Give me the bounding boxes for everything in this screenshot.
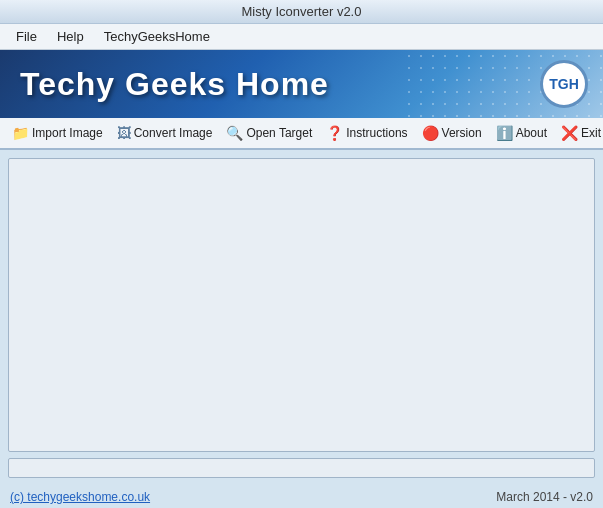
progress-bar: [8, 458, 595, 478]
footer-link[interactable]: (c) techygeekshome.co.uk: [10, 490, 150, 504]
toolbar: 📁 Import Image 🖼 Convert Image 🔍 Open Ta…: [0, 118, 603, 150]
window-title: Misty Iconverter v2.0: [242, 4, 362, 19]
image-display-area: [8, 158, 595, 452]
exit-button[interactable]: ❌ Exit: [555, 122, 603, 144]
menu-help[interactable]: Help: [49, 26, 92, 47]
menu-techygeekshome[interactable]: TechyGeeksHome: [96, 26, 218, 47]
open-target-button[interactable]: 🔍 Open Target: [220, 122, 318, 144]
footer-version: March 2014 - v2.0: [496, 490, 593, 504]
about-button[interactable]: ℹ️ About: [490, 122, 553, 144]
banner: Techy Geeks Home TGH: [0, 50, 603, 118]
import-image-button[interactable]: 📁 Import Image: [6, 122, 109, 144]
version-button[interactable]: 🔴 Version: [416, 122, 488, 144]
search-icon: 🔍: [226, 125, 243, 141]
convert-image-button[interactable]: 🖼 Convert Image: [111, 122, 219, 144]
warning-icon: 🔴: [422, 125, 439, 141]
instructions-button[interactable]: ❓ Instructions: [320, 122, 413, 144]
info-icon: ℹ️: [496, 125, 513, 141]
folder-icon: 📁: [12, 125, 29, 141]
main-content: [0, 150, 603, 486]
menu-file[interactable]: File: [8, 26, 45, 47]
exit-icon: ❌: [561, 125, 578, 141]
banner-title: Techy Geeks Home: [0, 66, 329, 103]
main-window: Misty Iconverter v2.0 File Help TechyGee…: [0, 0, 603, 508]
menu-bar: File Help TechyGeeksHome: [0, 24, 603, 50]
image-icon: 🖼: [117, 125, 131, 141]
banner-logo: TGH: [540, 60, 588, 108]
question-icon: ❓: [326, 125, 343, 141]
footer: (c) techygeekshome.co.uk March 2014 - v2…: [0, 486, 603, 508]
title-bar: Misty Iconverter v2.0: [0, 0, 603, 24]
